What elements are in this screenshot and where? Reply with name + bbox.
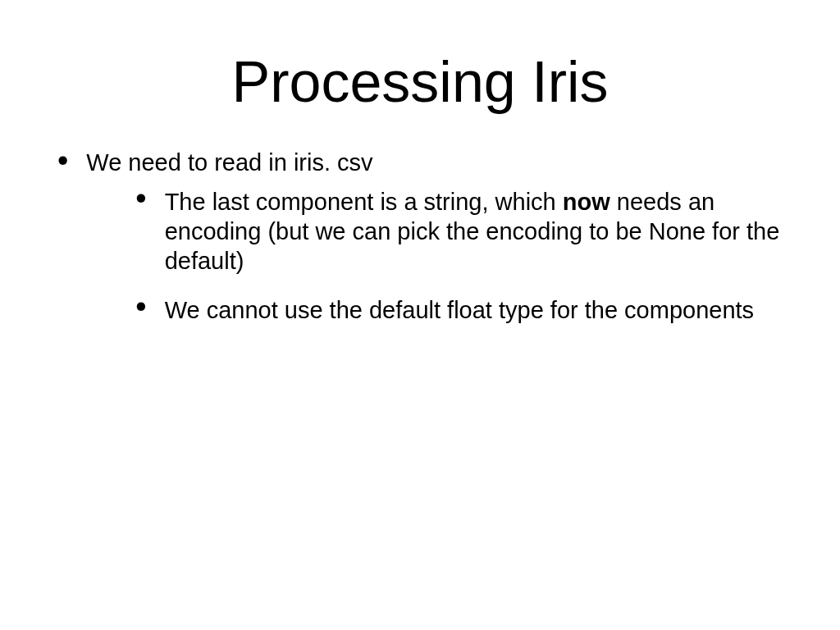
text-segment: We cannot use the default float type for… bbox=[165, 297, 754, 323]
list-item: • The last component is a string, which … bbox=[135, 185, 799, 276]
text-bold: now bbox=[563, 189, 610, 215]
slide: Processing Iris • We need to read in iri… bbox=[0, 0, 840, 630]
bullet-icon: • bbox=[135, 187, 146, 210]
bullet-body: We need to read in iris. csv • The last … bbox=[86, 148, 799, 343]
bullet-icon: • bbox=[135, 295, 146, 318]
list-item: • We need to read in iris. csv • The las… bbox=[57, 148, 799, 343]
bullet-icon: • bbox=[57, 149, 68, 172]
slide-content: • We need to read in iris. csv • The las… bbox=[0, 148, 840, 343]
text-segment: The last component is a string, which bbox=[165, 189, 563, 215]
slide-title: Processing Iris bbox=[0, 0, 840, 148]
list-item: • We cannot use the default float type f… bbox=[135, 294, 799, 325]
bullet-text: The last component is a string, which no… bbox=[165, 185, 799, 276]
sub-list: • The last component is a string, which … bbox=[86, 177, 799, 325]
bullet-text: We cannot use the default float type for… bbox=[165, 294, 754, 325]
bullet-text: We need to read in iris. csv bbox=[86, 148, 372, 176]
